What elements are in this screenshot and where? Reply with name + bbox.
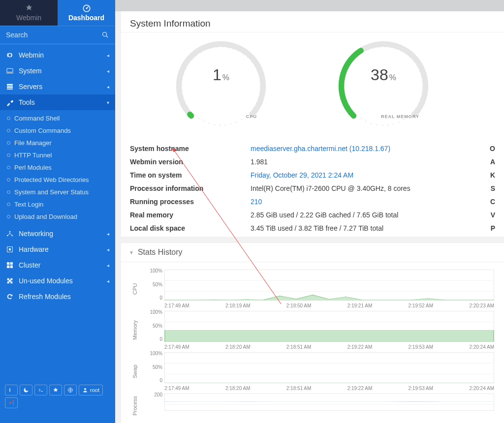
night-mode-button[interactable] xyxy=(20,385,32,395)
svg-rect-13 xyxy=(10,262,13,265)
terminal-button[interactable] xyxy=(34,385,47,395)
favorites-button[interactable] xyxy=(49,385,62,395)
sidebar-item-networking[interactable]: Networking◂ xyxy=(0,226,115,242)
table-row: Running processes210C xyxy=(130,195,495,208)
search-icon[interactable] xyxy=(101,31,109,39)
tab-webmin[interactable]: Webmin xyxy=(0,0,58,26)
table-row: Real memory2.85 GiB used / 2.22 GiB cach… xyxy=(130,208,495,221)
user-button[interactable]: root xyxy=(79,385,103,395)
sub-item-protected-web[interactable]: Protected Web Directories xyxy=(0,174,115,186)
search-input[interactable] xyxy=(6,31,101,39)
tools-icon xyxy=(6,98,14,106)
chevron-left-icon: ◂ xyxy=(107,68,109,74)
chart-swap: Swap100%50%02:17:49 AM2:18:20 AM2:18:51 … xyxy=(132,351,499,392)
sidebar: Webmin Dashboard Webmin◂ System◂ Servers xyxy=(0,0,115,423)
sub-item-http-tunnel[interactable]: HTTP Tunnel xyxy=(0,149,115,161)
svg-rect-3 xyxy=(7,68,13,72)
system-info-table: System hostnamemeediaserver.gha.charterm… xyxy=(130,142,495,235)
chevron-down-icon: ▾ xyxy=(107,100,109,105)
svg-rect-14 xyxy=(7,266,9,268)
sidebar-item-cluster[interactable]: Cluster◂ xyxy=(0,257,115,273)
tools-submenu: Command Shell Custom Commands File Manag… xyxy=(0,110,115,226)
processes-link[interactable]: 210 xyxy=(251,198,262,206)
laptop-icon xyxy=(6,67,14,75)
chart-cpu: CPU100%50%02:17:49 AM2:18:19 AM2:18:50 A… xyxy=(132,268,499,309)
table-row: Local disk space3.45 TiB used / 3.82 TiB… xyxy=(130,221,495,235)
stats-history-panel: CPU100%50%02:17:49 AM2:18:19 AM2:18:50 A… xyxy=(121,262,504,423)
chart-memory: Memory100%50%02:17:49 AM2:18:20 AM2:18:5… xyxy=(132,309,499,351)
system-information-panel: System Information 1% CPU xyxy=(121,11,504,237)
hardware-icon xyxy=(6,245,14,253)
sidebar-item-hardware[interactable]: Hardware◂ xyxy=(0,242,115,257)
svg-point-2 xyxy=(103,32,107,36)
hostname-link[interactable]: meediaserver.gha.chartermi.net (10.218.1… xyxy=(251,145,390,152)
sub-item-file-manager[interactable]: File Manager xyxy=(0,137,115,149)
sub-item-perl-modules[interactable]: Perl Modules xyxy=(0,161,115,174)
sidebar-item-webmin[interactable]: Webmin◂ xyxy=(0,47,115,63)
sidebar-item-servers[interactable]: Servers◂ xyxy=(0,79,115,94)
main-content: System Information 1% CPU xyxy=(115,0,504,423)
table-row: System hostnamemeediaserver.gha.charterm… xyxy=(130,142,495,155)
svg-point-17 xyxy=(84,388,86,390)
svg-rect-5 xyxy=(7,86,13,88)
stats-history-header[interactable]: ▼ Stats History xyxy=(121,242,504,262)
chevron-left-icon: ◂ xyxy=(107,263,109,268)
chevron-left-icon: ◂ xyxy=(107,84,109,90)
chevron-left-icon: ◂ xyxy=(107,278,109,284)
table-row: Time on systemFriday, October 29, 2021 2… xyxy=(130,168,495,181)
memory-gauge: 38% REAL MEMORY xyxy=(337,39,430,133)
collapse-icon: ▼ xyxy=(129,250,134,255)
sub-item-custom-commands[interactable]: Custom Commands xyxy=(0,124,115,137)
logout-button[interactable] xyxy=(5,397,18,408)
table-row: Webmin version1.981A xyxy=(130,155,495,168)
window-titlebar xyxy=(115,0,504,11)
sidebar-item-unused[interactable]: Un-used Modules◂ xyxy=(0,273,115,289)
sub-item-command-shell[interactable]: Command Shell xyxy=(0,112,115,124)
svg-point-1 xyxy=(86,8,87,9)
tab-dashboard[interactable]: Dashboard xyxy=(58,0,115,26)
svg-rect-12 xyxy=(7,262,9,265)
network-icon xyxy=(6,230,14,238)
svg-rect-4 xyxy=(7,84,13,86)
cpu-gauge: 1% CPU xyxy=(174,39,268,133)
svg-point-21 xyxy=(344,47,423,125)
chevron-left-icon: ◂ xyxy=(107,247,109,252)
language-button[interactable] xyxy=(64,385,77,395)
bottom-toolbar: root xyxy=(0,381,115,423)
svg-point-9 xyxy=(9,231,11,233)
svg-rect-15 xyxy=(10,266,13,268)
sidebar-item-system[interactable]: System◂ xyxy=(0,63,115,79)
search-bar xyxy=(0,26,115,44)
svg-rect-11 xyxy=(9,248,11,250)
puzzle-icon xyxy=(6,277,14,285)
webmin-logo-icon xyxy=(25,4,33,13)
gear-icon xyxy=(6,51,14,59)
servers-icon xyxy=(6,83,14,91)
svg-marker-25 xyxy=(164,330,494,342)
sub-item-system-server-status[interactable]: System and Server Status xyxy=(0,186,115,198)
chart-process: Process200 xyxy=(132,392,499,420)
cluster-icon xyxy=(6,261,14,269)
chevron-left-icon: ◂ xyxy=(107,53,109,58)
nav-menu: Webmin◂ System◂ Servers◂ Tools▾ Command … xyxy=(0,44,115,304)
svg-point-18 xyxy=(182,47,260,125)
panel-title: System Information xyxy=(121,11,504,32)
sub-item-upload-download[interactable]: Upload and Download xyxy=(0,211,115,223)
sidebar-item-refresh[interactable]: Refresh Modules xyxy=(0,289,115,304)
sidebar-item-tools[interactable]: Tools▾ xyxy=(0,94,115,110)
gauge-icon xyxy=(82,4,91,13)
refresh-icon xyxy=(6,293,14,301)
svg-rect-6 xyxy=(7,89,13,90)
sub-item-text-login[interactable]: Text Login xyxy=(0,198,115,211)
table-row: Processor informationIntel(R) Core(TM) i… xyxy=(130,181,495,195)
sidebar-toggle-button[interactable] xyxy=(5,385,18,395)
time-link[interactable]: Friday, October 29, 2021 2:24 AM xyxy=(251,171,353,179)
chevron-left-icon: ◂ xyxy=(107,231,109,237)
